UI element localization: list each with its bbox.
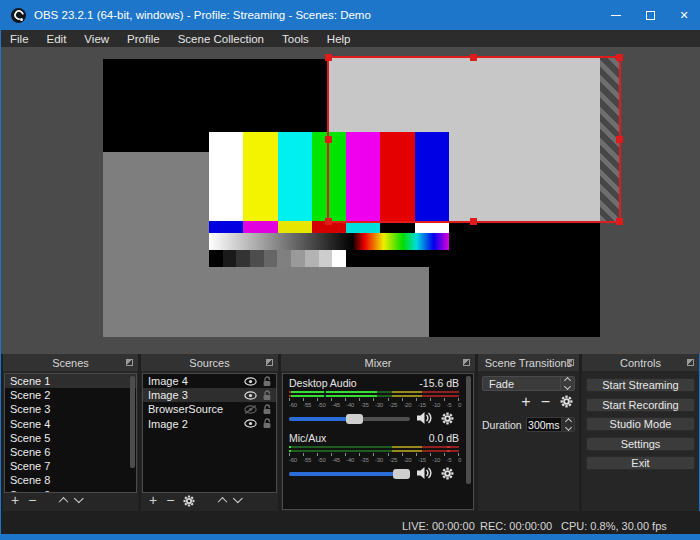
dock-float-icon[interactable]	[463, 359, 470, 366]
dock-float-icon[interactable]	[687, 359, 694, 366]
add-button[interactable]: +	[149, 494, 157, 507]
dock-float-icon[interactable]	[126, 359, 133, 366]
selection-handle[interactable]	[616, 54, 623, 61]
lock-icon[interactable]	[262, 376, 272, 387]
scene-list-item[interactable]: Scene 3	[5, 402, 136, 416]
tick-label: -45	[332, 402, 340, 408]
mixer-dock: Mixer Desktop Audio-15.6 dB-60-55-50-45-…	[281, 354, 475, 511]
duration-spin-buttons[interactable]	[561, 418, 574, 431]
controls-buttons: Start StreamingStart RecordingStudio Mod…	[586, 378, 695, 470]
source-list-item[interactable]: Image 4	[143, 374, 276, 388]
selection-handle[interactable]	[325, 54, 332, 61]
selection-handle[interactable]	[470, 54, 477, 61]
selection-handle[interactable]	[616, 136, 623, 143]
scene-list-item[interactable]: Scene 2	[5, 388, 136, 402]
volume-slider-fill	[289, 417, 350, 421]
preview-area[interactable]	[1, 47, 700, 354]
sources-list[interactable]: Image 4 Image 3 BrowserSource Image 2	[142, 373, 277, 493]
scenes-scrollbar[interactable]	[130, 376, 135, 468]
volume-slider[interactable]	[289, 472, 410, 476]
menu-item-view[interactable]: View	[75, 30, 118, 47]
sources-dock-header[interactable]: Sources	[141, 354, 278, 371]
start-streaming-button[interactable]: Start Streaming	[586, 378, 695, 392]
selection-handle[interactable]	[325, 136, 332, 143]
move-down-button[interactable]	[74, 493, 84, 503]
selection-handle[interactable]	[616, 218, 623, 225]
scene-list-item[interactable]: Scene 1	[5, 374, 136, 388]
dock-float-icon[interactable]	[567, 359, 574, 366]
move-up-button[interactable]	[59, 497, 69, 507]
scenes-toolbar: +−	[5, 493, 83, 508]
selection-rectangle[interactable]	[327, 56, 621, 223]
eye-hidden-icon[interactable]	[244, 405, 257, 414]
mixer-gear-button[interactable]	[441, 412, 454, 425]
scene-list-item[interactable]: Scene 6	[5, 445, 136, 459]
menu-item-file[interactable]: File	[1, 30, 38, 47]
menu-item-help[interactable]: Help	[318, 30, 360, 47]
transition-properties-button[interactable]	[560, 395, 573, 408]
selection-handle[interactable]	[470, 218, 477, 225]
minimize-icon	[611, 15, 621, 16]
move-down-button[interactable]	[233, 493, 243, 503]
volume-slider-handle[interactable]	[393, 469, 410, 479]
transition-select-spinner[interactable]	[560, 377, 574, 390]
tick-label: -35	[361, 457, 369, 463]
close-button[interactable]: ✕	[667, 0, 700, 30]
remove-button[interactable]: −	[28, 494, 36, 507]
mixer-gear-button[interactable]	[441, 467, 454, 480]
tick-label: -25	[389, 457, 397, 463]
move-up-button[interactable]	[218, 497, 228, 507]
remove-button[interactable]: −	[166, 494, 174, 507]
scenes-dock-header[interactable]: Scenes	[3, 354, 138, 371]
menu-item-tools[interactable]: Tools	[273, 30, 318, 47]
title-bar[interactable]: OBS 23.2.1 (64-bit, windows) - Profile: …	[1, 0, 700, 30]
lock-icon[interactable]	[262, 390, 272, 401]
dock-float-icon[interactable]	[266, 359, 273, 366]
controls-dock-title: Controls	[620, 357, 661, 369]
settings-button[interactable]: Settings	[586, 437, 695, 451]
remove-transition-button[interactable]: −	[541, 395, 550, 408]
controls-dock-header[interactable]: Controls	[582, 354, 699, 371]
scene-list-item[interactable]: Scene 5	[5, 431, 136, 445]
studio-mode-button[interactable]: Studio Mode	[586, 417, 695, 431]
scene-list-item[interactable]: Scene 8	[5, 473, 136, 487]
maximize-button[interactable]	[633, 0, 667, 30]
scene-list-item[interactable]: Scene 4	[5, 417, 136, 431]
add-button[interactable]: +	[11, 494, 19, 507]
properties-button[interactable]	[183, 495, 195, 507]
eye-icon[interactable]	[244, 377, 257, 386]
duration-spinbox[interactable]: 300ms	[526, 417, 575, 432]
volume-slider-handle[interactable]	[346, 414, 363, 424]
tick-label: -10	[432, 457, 440, 463]
exit-button[interactable]: Exit	[586, 456, 695, 470]
source-list-item[interactable]: BrowserSource	[143, 402, 276, 416]
source-name: Image 3	[148, 389, 188, 401]
speaker-icon[interactable]	[416, 411, 434, 425]
lock-icon[interactable]	[262, 418, 272, 429]
source-list-item[interactable]: Image 2	[143, 417, 276, 431]
volume-slider[interactable]	[289, 417, 410, 421]
source-name: BrowserSource	[148, 403, 223, 415]
selection-handle[interactable]	[325, 218, 332, 225]
transition-select[interactable]: Fade	[482, 376, 575, 391]
mixer-dock-header[interactable]: Mixer	[281, 354, 475, 371]
speaker-icon[interactable]	[416, 466, 434, 480]
source-list-item[interactable]: Image 3	[143, 388, 276, 402]
add-transition-button[interactable]: +	[521, 395, 530, 408]
tick-label: -20	[404, 457, 412, 463]
scene-list-item[interactable]: Scene 7	[5, 459, 136, 473]
scenes-list[interactable]: Scene 1Scene 2Scene 3Scene 4Scene 5Scene…	[4, 373, 137, 493]
menu-item-edit[interactable]: Edit	[38, 30, 76, 47]
minimize-button[interactable]	[599, 0, 633, 30]
lock-icon[interactable]	[262, 404, 272, 415]
start-recording-button[interactable]: Start Recording	[586, 398, 695, 412]
source-row-icons	[244, 417, 272, 431]
meter-tick-marks	[289, 453, 459, 456]
scene-canvas[interactable]	[103, 59, 600, 337]
eye-icon[interactable]	[244, 419, 257, 428]
menu-item-scene-collection[interactable]: Scene Collection	[169, 30, 273, 47]
menu-item-profile[interactable]: Profile	[118, 30, 169, 47]
eye-icon[interactable]	[244, 391, 257, 400]
mixer-channel: Desktop Audio-15.6 dB-60-55-50-45-40-35-…	[289, 377, 469, 427]
transitions-dock-header[interactable]: Scene Transitions	[478, 354, 579, 371]
